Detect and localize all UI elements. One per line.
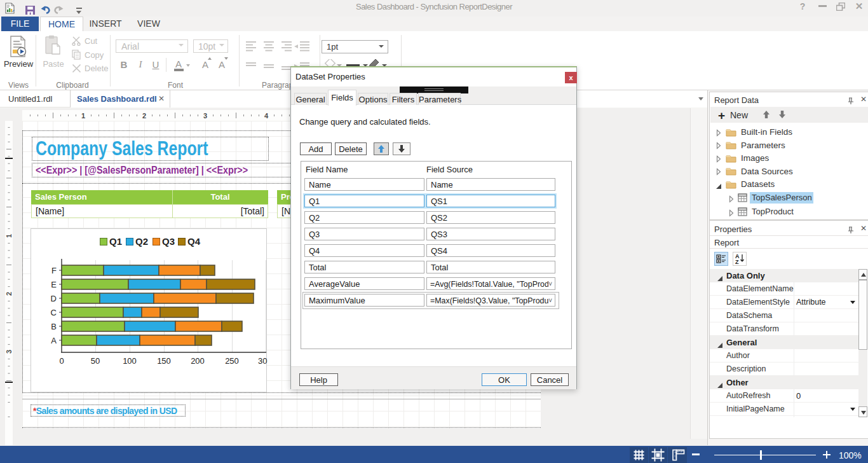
svg-text:3: 3 xyxy=(203,112,207,120)
svg-text:A: A xyxy=(51,336,57,345)
svg-text:250: 250 xyxy=(225,356,239,366)
svg-text:4: 4 xyxy=(264,112,269,120)
svg-text:D: D xyxy=(51,294,57,303)
svg-text:1: 1 xyxy=(81,112,85,120)
svg-text:3: 3 xyxy=(5,350,13,354)
svg-text:1: 1 xyxy=(5,234,13,238)
svg-text:F: F xyxy=(51,266,57,275)
svg-text:2: 2 xyxy=(5,292,13,296)
svg-text:E: E xyxy=(51,280,57,289)
svg-text:B: B xyxy=(51,322,57,331)
svg-text:Z: Z xyxy=(735,259,739,265)
svg-text:C: C xyxy=(51,308,57,317)
svg-text:200: 200 xyxy=(191,356,205,366)
svg-text:30: 30 xyxy=(258,356,267,366)
svg-text:2: 2 xyxy=(142,112,146,120)
svg-text:150: 150 xyxy=(157,356,171,366)
svg-text:50: 50 xyxy=(91,356,100,366)
svg-text:0: 0 xyxy=(59,356,64,366)
svg-text:100: 100 xyxy=(123,356,137,366)
